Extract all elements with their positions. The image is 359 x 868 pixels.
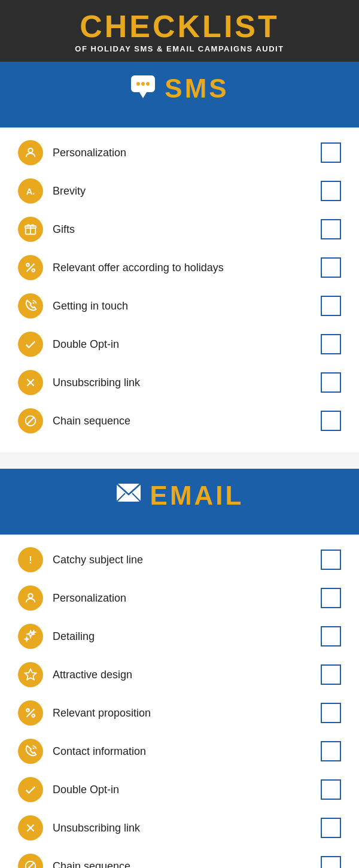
svg-point-23 <box>26 709 29 712</box>
email-detailing-checkbox[interactable] <box>321 626 341 647</box>
check-icon <box>18 332 43 357</box>
person-icon <box>18 140 43 165</box>
slash-icon <box>18 408 43 433</box>
person-icon-2 <box>18 585 43 611</box>
email-chain-sequence-checkbox[interactable] <box>321 856 341 868</box>
svg-point-2 <box>141 82 145 86</box>
sms-chain-sequence-label: Chain sequence <box>53 415 321 427</box>
email-relevant-proposition-checkbox[interactable] <box>321 703 341 723</box>
email-double-opt-in-checkbox[interactable] <box>321 779 341 800</box>
exclamation-icon: ! <box>18 547 43 572</box>
svg-marker-4 <box>139 92 147 98</box>
sms-item-chain-sequence: Chain sequence <box>18 402 341 440</box>
email-list: ! Catchy subject line Personalization De… <box>0 535 359 868</box>
email-banner: EMAIL <box>0 469 359 535</box>
svg-point-3 <box>146 82 150 86</box>
sms-item-unsubscribing: Unsubscribing link <box>18 363 341 402</box>
svg-point-11 <box>32 269 35 272</box>
sms-brevity-checkbox[interactable] <box>321 181 341 201</box>
header-subtitle: OF HOLIDAY SMS & EMAIL CAMPAIGNS AUDIT <box>12 44 347 53</box>
slash-icon-2 <box>18 854 43 868</box>
percent-icon <box>18 255 43 280</box>
sms-brevity-label: Brevity <box>53 185 321 198</box>
email-catchy-subject-label: Catchy subject line <box>53 554 321 566</box>
brevity-icon: A. <box>18 178 43 204</box>
email-item-attractive-design: Attractive design <box>18 655 341 694</box>
svg-marker-22 <box>25 669 36 679</box>
svg-text:!: ! <box>29 554 32 565</box>
email-item-detailing: Detailing <box>18 617 341 655</box>
email-item-chain-sequence: Chain sequence <box>18 847 341 868</box>
email-personalization-checkbox[interactable] <box>321 588 341 608</box>
svg-point-1 <box>136 82 140 86</box>
star-icon <box>18 662 43 687</box>
sms-double-opt-in-checkbox[interactable] <box>321 334 341 354</box>
sms-item-relevant-offer: Relevant offer according to holidays <box>18 248 341 287</box>
email-item-double-opt-in: Double Opt-in <box>18 770 341 809</box>
email-attractive-design-checkbox[interactable] <box>321 664 341 685</box>
sms-banner: SMS <box>0 62 359 128</box>
email-item-personalization: Personalization <box>18 579 341 617</box>
email-unsubscribing-label: Unsubscribing link <box>53 822 321 834</box>
sms-title: SMS <box>165 74 229 104</box>
email-catchy-subject-checkbox[interactable] <box>321 550 341 570</box>
sms-getting-in-touch-checkbox[interactable] <box>321 296 341 316</box>
email-attractive-design-label: Attractive design <box>53 669 321 681</box>
sms-item-brevity: A. Brevity <box>18 172 341 210</box>
check-icon-2 <box>18 777 43 802</box>
email-item-unsubscribing: Unsubscribing link <box>18 809 341 847</box>
svg-point-21 <box>28 594 32 598</box>
sms-relevant-offer-checkbox[interactable] <box>321 257 341 278</box>
phone-icon-2 <box>18 739 43 764</box>
percent-icon-2 <box>18 700 43 726</box>
svg-point-5 <box>28 148 32 153</box>
x-icon <box>18 370 43 395</box>
header-title: CHECKLIST <box>12 11 347 42</box>
email-relevant-proposition-label: Relevant proposition <box>53 707 321 720</box>
sms-item-gifts: Gifts <box>18 210 341 248</box>
sms-personalization-label: Personalization <box>53 147 321 159</box>
sms-unsubscribing-checkbox[interactable] <box>321 372 341 393</box>
svg-text:A.: A. <box>26 187 35 196</box>
sms-gifts-checkbox[interactable] <box>321 219 341 239</box>
sms-unsubscribing-label: Unsubscribing link <box>53 377 321 389</box>
email-item-contact-information: Contact information <box>18 732 341 770</box>
sparkle-icon <box>18 624 43 649</box>
sms-item-double-opt-in: Double Opt-in <box>18 325 341 363</box>
email-detailing-label: Detailing <box>53 630 321 643</box>
email-item-relevant-proposition: Relevant proposition <box>18 694 341 732</box>
svg-line-16 <box>28 418 34 424</box>
sms-item-getting-in-touch: Getting in touch <box>18 287 341 325</box>
email-banner-arrow <box>163 521 196 535</box>
sms-getting-in-touch-label: Getting in touch <box>53 300 321 312</box>
email-title: EMAIL <box>150 481 244 511</box>
sms-item-personalization: Personalization <box>18 133 341 172</box>
phone-icon <box>18 293 43 318</box>
email-contact-information-label: Contact information <box>53 745 321 758</box>
sms-chain-sequence-checkbox[interactable] <box>321 411 341 431</box>
section-gap <box>0 452 359 469</box>
email-icon <box>115 482 142 509</box>
email-item-catchy-subject: ! Catchy subject line <box>18 541 341 579</box>
sms-icon <box>130 74 156 104</box>
email-chain-sequence-label: Chain sequence <box>53 860 321 869</box>
email-double-opt-in-label: Double Opt-in <box>53 784 321 796</box>
email-personalization-label: Personalization <box>53 592 321 605</box>
svg-point-24 <box>32 714 35 717</box>
sms-gifts-label: Gifts <box>53 223 321 236</box>
sms-banner-arrow <box>163 114 196 128</box>
svg-line-12 <box>27 264 35 272</box>
email-contact-information-checkbox[interactable] <box>321 741 341 761</box>
sms-double-opt-in-label: Double Opt-in <box>53 338 321 351</box>
sms-list: Personalization A. Brevity Gifts <box>0 128 359 452</box>
x-icon-2 <box>18 815 43 840</box>
email-unsubscribing-checkbox[interactable] <box>321 818 341 838</box>
gift-icon <box>18 217 43 242</box>
svg-point-10 <box>26 263 29 266</box>
header: CHECKLIST OF HOLIDAY SMS & EMAIL CAMPAIG… <box>0 0 359 62</box>
sms-personalization-checkbox[interactable] <box>321 142 341 163</box>
svg-line-29 <box>28 863 34 869</box>
svg-line-25 <box>27 709 35 717</box>
sms-relevant-offer-label: Relevant offer according to holidays <box>53 262 321 274</box>
